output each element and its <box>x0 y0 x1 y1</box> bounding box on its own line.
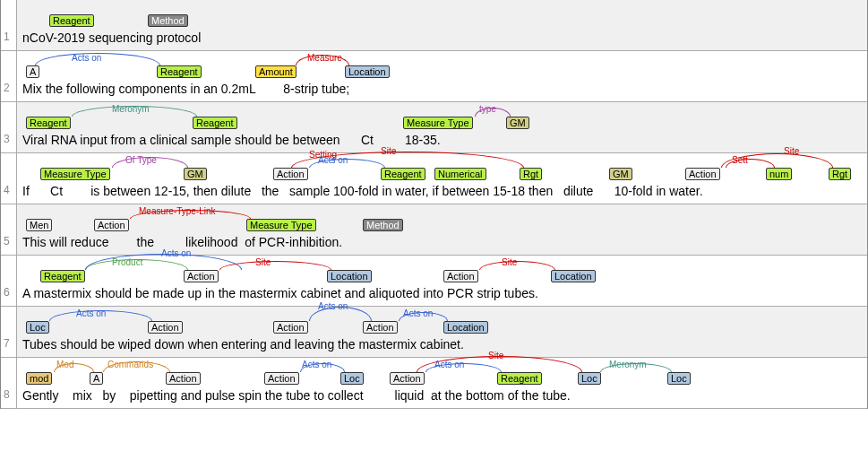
relation-label[interactable]: Measure <box>307 53 342 63</box>
relation-label[interactable]: Of Type <box>125 155 157 165</box>
relation-label[interactable]: Site <box>784 146 799 156</box>
row-content: Acts onMeasureAReagentAmountLocationMix … <box>17 51 867 101</box>
entity-tag[interactable]: Location <box>327 270 372 282</box>
entity-tag[interactable]: Reagent <box>40 270 85 282</box>
annotation-row: 1ReagentMethodnCoV-2019 sequencing proto… <box>1 0 867 51</box>
relation-label[interactable]: Product <box>112 257 142 267</box>
relation-label[interactable]: Measure-Type-Link <box>139 206 216 216</box>
entity-tag[interactable]: Method <box>363 219 403 231</box>
sentence-text[interactable]: nCoV-2019 sequencing protocol <box>22 29 862 45</box>
sentence-text[interactable]: A mastermix should be made up in the mas… <box>22 284 862 300</box>
entity-tag[interactable]: GM <box>506 117 529 129</box>
relation-label[interactable]: Site <box>381 146 396 156</box>
entity-tag[interactable]: Reagent <box>49 14 94 27</box>
entity-tag[interactable]: Amount <box>255 65 296 78</box>
entity-tag[interactable]: Action <box>273 321 308 334</box>
row-number: 8 <box>1 358 17 408</box>
relation-label[interactable]: Sett <box>732 155 748 165</box>
row-content: Of TypeActs onSettingSiteSiteSettMeasure… <box>17 153 867 204</box>
entity-tag[interactable]: Reagent <box>157 65 202 78</box>
entity-tag[interactable]: Location <box>443 321 488 334</box>
tags-row: ReagentMethod <box>22 2 862 29</box>
entity-tag[interactable]: Reagent <box>497 372 542 385</box>
relation-arc[interactable] <box>219 261 331 270</box>
entity-tag[interactable]: Rgt <box>520 168 542 180</box>
tags-row: Acts onActs onActs onLocActionActionActi… <box>22 308 862 335</box>
entity-tag[interactable]: Rgt <box>829 168 851 180</box>
row-number: 5 <box>1 204 17 255</box>
entity-tag[interactable]: GM <box>609 168 632 180</box>
annotation-row: 3MeronymtypeReagentReagentMeasure TypeGM… <box>1 102 867 153</box>
entity-tag[interactable]: Measure Type <box>40 168 110 180</box>
annotation-row: 4Of TypeActs onSettingSiteSiteSettMeasur… <box>1 153 867 204</box>
relation-label[interactable]: Site <box>255 257 271 267</box>
entity-tag[interactable]: Method <box>148 14 188 27</box>
annotation-row: 2Acts onMeasureAReagentAmountLocationMix… <box>1 51 867 102</box>
entity-tag[interactable]: Reagent <box>26 117 71 129</box>
entity-tag[interactable]: Action <box>166 372 201 385</box>
row-number: 4 <box>1 153 17 204</box>
entity-tag[interactable]: Action <box>184 270 219 282</box>
annotation-row: 6ProductActs onSiteSiteReagentActionLoca… <box>1 256 867 307</box>
row-content: ModCommandsActs onActs onSiteMeronymmodA… <box>17 358 867 408</box>
row-content: Measure-Type-LinkMenActionMeasure TypeMe… <box>17 204 867 255</box>
relation-label[interactable]: Meronym <box>609 360 647 369</box>
row-number: 1 <box>1 0 17 50</box>
relation-label[interactable]: Setting <box>309 150 337 160</box>
relation-label[interactable]: Commands <box>107 360 153 369</box>
entity-tag[interactable]: Reagent <box>193 117 237 129</box>
tags-row: Measure-Type-LinkMenActionMeasure TypeMe… <box>22 206 862 233</box>
row-number: 7 <box>1 307 17 357</box>
entity-tag[interactable]: Measure Type <box>246 219 316 231</box>
relation-label[interactable]: Acts on <box>318 301 348 311</box>
entity-tag[interactable]: num <box>766 168 792 180</box>
row-content: MeronymtypeReagentReagentMeasure TypeGMV… <box>17 102 867 152</box>
entity-tag[interactable]: A <box>26 65 39 78</box>
relation-label[interactable]: Mod <box>56 360 73 369</box>
entity-tag[interactable]: Action <box>443 270 478 282</box>
sentence-text[interactable]: This will reduce the likelihood of PCR-i… <box>22 233 862 249</box>
tags-row: Of TypeActs onSettingSiteSiteSettMeasure… <box>22 155 862 182</box>
sentence-text[interactable]: Tubes should be wiped down when entering… <box>22 335 862 352</box>
relation-label[interactable]: type <box>479 104 496 114</box>
relation-label[interactable]: Acts on <box>434 360 464 369</box>
entity-tag[interactable]: Loc <box>578 372 601 385</box>
sentence-text[interactable]: Viral RNA input from a clinical sample s… <box>22 131 862 147</box>
relation-label[interactable]: Meronym <box>112 104 150 114</box>
relation-label[interactable]: Acts on <box>72 53 101 63</box>
relation-label[interactable]: Acts on <box>302 360 331 369</box>
entity-tag[interactable]: Action <box>363 321 398 334</box>
sentence-text[interactable]: Mix the following components in an 0.2mL… <box>22 80 862 96</box>
entity-tag[interactable]: Loc <box>340 372 364 385</box>
entity-tag[interactable]: Reagent <box>381 168 425 180</box>
row-number: 2 <box>1 51 17 101</box>
row-content: ReagentMethodnCoV-2019 sequencing protoc… <box>17 0 867 50</box>
entity-tag[interactable]: Action <box>273 168 308 180</box>
entity-tag[interactable]: Loc <box>667 372 691 385</box>
entity-tag[interactable]: GM <box>184 168 207 180</box>
entity-tag[interactable]: Location <box>551 270 596 282</box>
relation-arc[interactable] <box>479 261 555 270</box>
relation-label[interactable]: Acts on <box>76 308 106 318</box>
relation-label[interactable]: Acts on <box>403 308 433 318</box>
relation-label[interactable]: Site <box>502 257 517 267</box>
entity-tag[interactable]: A <box>90 372 103 385</box>
entity-tag[interactable]: Measure Type <box>403 117 473 129</box>
entity-tag[interactable]: Location <box>345 65 390 78</box>
sentence-text[interactable]: Gently mix by pipetting and pulse spin t… <box>22 386 862 403</box>
entity-tag[interactable]: Action <box>390 372 425 385</box>
annotation-row: 5Measure-Type-LinkMenActionMeasure TypeM… <box>1 204 867 256</box>
entity-tag[interactable]: Action <box>264 372 299 385</box>
entity-tag[interactable]: mod <box>26 372 52 385</box>
tags-row: Acts onMeasureAReagentAmountLocation <box>22 53 862 80</box>
entity-tag[interactable]: Men <box>26 219 52 231</box>
relation-label[interactable]: Acts on <box>161 248 191 258</box>
sentence-text[interactable]: If Ct is between 12-15, then dilute the … <box>22 182 862 198</box>
entity-tag[interactable]: Action <box>94 219 129 231</box>
entity-tag[interactable]: Loc <box>26 321 49 334</box>
tags-row: ModCommandsActs onActs onSiteMeronymmodA… <box>22 360 862 386</box>
entity-tag[interactable]: Numerical <box>434 168 486 180</box>
entity-tag[interactable]: Action <box>148 321 183 334</box>
relation-label[interactable]: Site <box>488 351 503 360</box>
entity-tag[interactable]: Action <box>685 168 720 180</box>
